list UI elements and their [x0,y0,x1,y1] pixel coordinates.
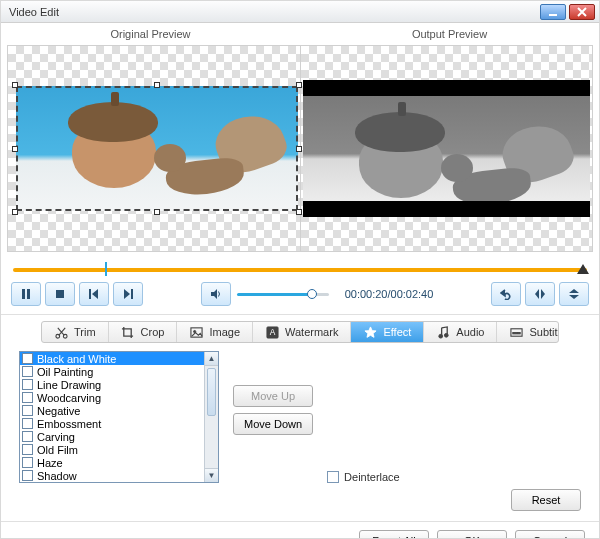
crop-handle-se[interactable] [296,209,302,215]
flip-horizontal-button[interactable] [525,282,555,306]
original-preview[interactable] [8,46,300,251]
tab-image[interactable]: Image [177,322,253,342]
next-frame-button[interactable] [113,282,143,306]
scissors-icon [54,325,68,339]
effect-label: Old Film [37,444,78,456]
cancel-button[interactable]: Cancel [515,530,585,539]
crop-handle-nw[interactable] [12,82,18,88]
effects-listbox[interactable]: Black and WhiteOil PaintingLine DrawingW… [19,351,219,483]
effect-checkbox[interactable] [22,405,33,416]
undo-button[interactable] [491,282,521,306]
tab-label: Trim [74,326,96,338]
minimize-button[interactable] [540,4,566,20]
effect-checkbox[interactable] [22,379,33,390]
svg-marker-13 [569,295,579,299]
svg-marker-8 [211,289,217,299]
window-buttons [540,4,595,20]
scroll-down-button[interactable]: ▼ [205,468,218,482]
watermark-icon: A [265,325,279,339]
svg-marker-10 [535,289,539,299]
effect-checkbox[interactable] [22,418,33,429]
svg-point-22 [444,333,448,337]
mute-button[interactable] [201,282,231,306]
effect-checkbox[interactable] [22,444,33,455]
effect-checkbox[interactable] [22,353,33,364]
effect-checkbox[interactable] [22,366,33,377]
effect-checkbox[interactable] [22,457,33,468]
timeline-playhead[interactable] [105,262,107,276]
move-up-button[interactable]: Move Up [233,385,313,407]
timeline-end-marker[interactable] [577,264,589,274]
tab-label: Subtitle [529,326,559,338]
volume-thumb[interactable] [307,289,317,299]
svg-rect-1 [22,289,25,299]
volume-slider[interactable] [237,287,329,301]
effect-item[interactable]: Haze [20,456,204,469]
effect-item[interactable]: Embossment [20,417,204,430]
svg-text:A: A [269,327,275,337]
timeline[interactable] [13,262,587,276]
reset-all-button[interactable]: Reset All [359,530,429,539]
effect-item[interactable]: Woodcarving [20,391,204,404]
original-frame[interactable] [16,86,298,211]
svg-rect-3 [56,290,64,298]
effect-label: Fog [37,483,56,484]
reset-button[interactable]: Reset [511,489,581,511]
title-bar: Video Edit [1,1,599,23]
effect-label: Woodcarving [37,392,101,404]
pause-button[interactable] [11,282,41,306]
tab-audio[interactable]: Audio [424,322,497,342]
output-frame [303,80,591,217]
effect-checkbox[interactable] [22,431,33,442]
effect-item[interactable]: Shadow [20,469,204,482]
timeline-track[interactable] [13,268,587,272]
tab-crop[interactable]: Crop [109,322,178,342]
prev-frame-button[interactable] [79,282,109,306]
scroll-thumb[interactable] [207,368,216,416]
tab-label: Audio [456,326,484,338]
effect-item[interactable]: Line Drawing [20,378,204,391]
svg-marker-5 [92,289,98,299]
effect-item[interactable]: Black and White [20,352,204,365]
crop-handle-e[interactable] [296,146,302,152]
output-preview [301,46,593,251]
crop-handle-ne[interactable] [296,82,302,88]
transport-bar: 00:00:20/00:02:40 [11,282,589,306]
svg-rect-25 [517,332,520,333]
effects-scrollbar[interactable]: ▲ ▼ [204,352,218,482]
tab-subtitle[interactable]: Subtitle [497,322,559,342]
ok-button[interactable]: OK [437,530,507,539]
close-button[interactable] [569,4,595,20]
scroll-up-button[interactable]: ▲ [205,352,218,366]
effect-label: Haze [37,457,63,469]
stop-button[interactable] [45,282,75,306]
deinterlace-checkbox[interactable] [327,471,339,483]
effect-item[interactable]: Fog [20,482,204,483]
move-down-button[interactable]: Move Down [233,413,313,435]
tab-effect[interactable]: Effect [351,322,424,342]
crop-handle-sw[interactable] [12,209,18,215]
crop-handle-w[interactable] [12,146,18,152]
flip-vertical-button[interactable] [559,282,589,306]
effect-checkbox[interactable] [22,470,33,481]
effect-item[interactable]: Oil Painting [20,365,204,378]
tab-watermark[interactable]: A Watermark [253,322,351,342]
tab-trim[interactable]: Trim [42,322,109,342]
crop-handle-s[interactable] [154,209,160,215]
effect-checkbox[interactable] [22,392,33,403]
effect-label: Negative [37,405,80,417]
original-video-frame [16,86,298,211]
effect-label: Black and White [37,353,116,365]
original-preview-label: Original Preview [1,23,300,45]
effect-item[interactable]: Old Film [20,443,204,456]
effect-item[interactable]: Negative [20,404,204,417]
music-note-icon [436,325,450,339]
crop-icon [121,325,135,339]
tab-label: Image [209,326,240,338]
output-preview-label: Output Preview [300,23,599,45]
effect-item[interactable]: Carving [20,430,204,443]
window-title: Video Edit [9,6,59,18]
crop-handle-n[interactable] [154,82,160,88]
deinterlace-option[interactable]: Deinterlace [327,471,400,483]
svg-rect-0 [549,14,557,16]
